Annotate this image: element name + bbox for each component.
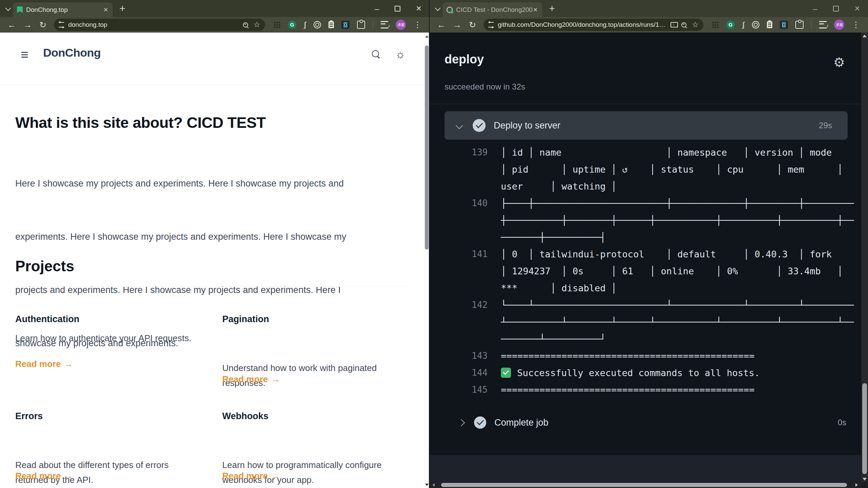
arrow-right-icon: → [271, 374, 280, 385]
address-bar[interactable]: github.com/DonChong2000/donchong.top/act… [484, 19, 703, 31]
right-active-tab[interactable]: CICD Test - DonChong2000/don × [442, 2, 542, 17]
left-page-scrollbar[interactable] [424, 33, 430, 488]
scrollbar-thumb[interactable] [425, 45, 429, 250]
forward-button[interactable]: → [23, 21, 32, 29]
media-playlist-icon[interactable]: ♪ [381, 21, 388, 28]
tab-close-icon[interactable]: × [103, 6, 109, 14]
close-window-button[interactable]: × [854, 3, 860, 14]
log-line-wrap: user │ watching │ [445, 178, 861, 195]
search-icon[interactable] [372, 50, 379, 57]
projects-divider [15, 287, 409, 287]
step-deploy-to-server[interactable]: Deploy to server 29s [445, 111, 848, 140]
profile-avatar[interactable]: 承東 [396, 20, 406, 30]
zoom-level-icon[interactable] [243, 22, 248, 27]
close-window-button[interactable]: × [416, 3, 421, 14]
job-status: succeeded now in 32s [445, 82, 525, 92]
extensions-puzzle-icon[interactable] [795, 21, 804, 29]
scrollbar-thumb[interactable] [862, 383, 867, 474]
bookmark-star-icon[interactable]: ☆ [253, 20, 260, 29]
site-settings-icon[interactable] [488, 22, 494, 27]
step-complete-job[interactable]: Complete job 0s [430, 412, 861, 433]
card-title-pagination: Pagination [222, 314, 269, 325]
check-circle-icon [473, 119, 486, 132]
react-devtools-extension-icon[interactable] [780, 21, 788, 29]
forward-button[interactable]: → [453, 21, 461, 29]
clipboard-extension-icon[interactable] [328, 21, 334, 28]
address-bar[interactable]: donchong.top ☆ [54, 19, 265, 31]
minimize-button[interactable]: – [813, 4, 817, 14]
gear-icon[interactable]: ⚙ [833, 55, 845, 70]
back-button[interactable]: ← [7, 21, 16, 29]
bookmark-star-icon[interactable]: ☆ [692, 20, 699, 29]
theme-toggle-sun-icon[interactable]: ☼ [395, 47, 405, 61]
tab-search-chevron-icon[interactable] [5, 5, 11, 11]
s-curve-extension-icon[interactable]: ʃ [742, 20, 744, 29]
grammarly-extension-icon[interactable]: G [727, 21, 735, 29]
zoom-level-icon[interactable] [681, 22, 686, 27]
log-line-wrap: ┴──────────┴────────┴──────┴───────────┴… [445, 313, 861, 330]
tab-title: DonChong.top [26, 6, 103, 14]
read-more-link[interactable]: Read more→ [15, 471, 73, 481]
extension-grid-icon[interactable] [712, 21, 719, 28]
card-title-authentication: Authentication [15, 314, 79, 325]
target-extension-icon[interactable] [752, 21, 759, 28]
back-button[interactable]: ← [437, 21, 446, 29]
log-line-wrap: │ 1294237 │ 0s │ 61 │ online │ 0% │ 33.4… [445, 262, 861, 279]
left-window-controls: – × [375, 3, 421, 14]
new-tab-button[interactable]: + [549, 3, 555, 14]
url-text[interactable]: donchong.top [68, 21, 240, 28]
left-tab-strip: DonChong.top × + – × [0, 0, 430, 17]
scroll-up-arrow-icon[interactable] [863, 35, 867, 37]
browser-menu-icon[interactable]: ⋮ [413, 20, 421, 30]
grammarly-extension-icon[interactable]: G [288, 21, 296, 29]
read-more-link[interactable]: Read more→ [222, 471, 280, 481]
arrow-right-icon: → [271, 471, 280, 481]
browser-menu-icon[interactable]: ⋮ [852, 20, 860, 30]
s-curve-extension-icon[interactable]: ʃ [304, 20, 306, 29]
scroll-down-arrow-icon[interactable] [863, 478, 867, 481]
horizontal-scrollbar[interactable] [430, 482, 861, 488]
right-toolbar: ← → ↻ github.com/DonChong2000/donchong.t… [430, 17, 868, 33]
log-line: 141│ 0 │ tailwindui-protocol │ default │… [445, 246, 861, 262]
install-app-icon[interactable] [671, 22, 678, 27]
scroll-down-arrow-icon[interactable] [425, 484, 429, 486]
chevron-right-icon[interactable] [458, 419, 465, 426]
screenshot-stage: DonChong.top × + – × ← → ↻ donchong.top … [0, 0, 868, 488]
site-logo[interactable]: DonChong [43, 46, 101, 59]
extensions-puzzle-icon[interactable] [357, 21, 365, 29]
right-browser-window: CICD Test - DonChong2000/don × + – × ← →… [430, 0, 868, 488]
hero-line: projects and experiments. Here I showcas… [15, 281, 346, 299]
chevron-down-icon[interactable] [456, 122, 463, 129]
toolbar-separator [811, 21, 812, 29]
clipboard-extension-icon[interactable] [767, 21, 772, 28]
react-devtools-extension-icon[interactable] [341, 21, 350, 29]
target-extension-icon[interactable] [314, 21, 321, 28]
toolbar-separator [373, 21, 373, 29]
read-more-link[interactable]: Read more→ [222, 374, 280, 385]
hero-line: experiments. Here I showcase my projects… [15, 228, 346, 246]
read-more-link[interactable]: Read more→ [15, 359, 73, 369]
scroll-up-arrow-icon[interactable] [425, 35, 429, 38]
scroll-right-arrow-icon[interactable] [855, 483, 858, 487]
media-playlist-icon[interactable]: ♪ [819, 21, 827, 28]
scrollbar-thumb[interactable] [441, 483, 847, 487]
new-tab-button[interactable]: + [119, 3, 126, 14]
tab-search-chevron-icon[interactable] [435, 5, 441, 11]
url-text[interactable]: github.com/DonChong2000/donchong.top/act… [498, 21, 666, 28]
maximize-button[interactable] [395, 6, 400, 12]
header-divider [0, 85, 424, 85]
site-settings-icon[interactable] [59, 22, 64, 27]
right-page-scrollbar[interactable] [861, 33, 868, 482]
hamburger-menu-icon[interactable] [21, 52, 28, 59]
tab-title: CICD Test - DonChong2000/don [456, 6, 532, 14]
reload-button[interactable]: ↻ [39, 21, 46, 29]
minimize-button[interactable]: – [375, 4, 379, 14]
extension-grid-icon[interactable] [273, 21, 281, 28]
profile-avatar[interactable]: 承東 [834, 20, 844, 30]
left-active-tab[interactable]: DonChong.top × [13, 2, 113, 17]
step-name: Deploy to server [494, 120, 561, 131]
maximize-button[interactable] [833, 6, 839, 12]
scroll-left-arrow-icon[interactable] [432, 483, 435, 487]
reload-button[interactable]: ↻ [469, 21, 476, 29]
tab-close-icon[interactable]: × [532, 6, 538, 14]
